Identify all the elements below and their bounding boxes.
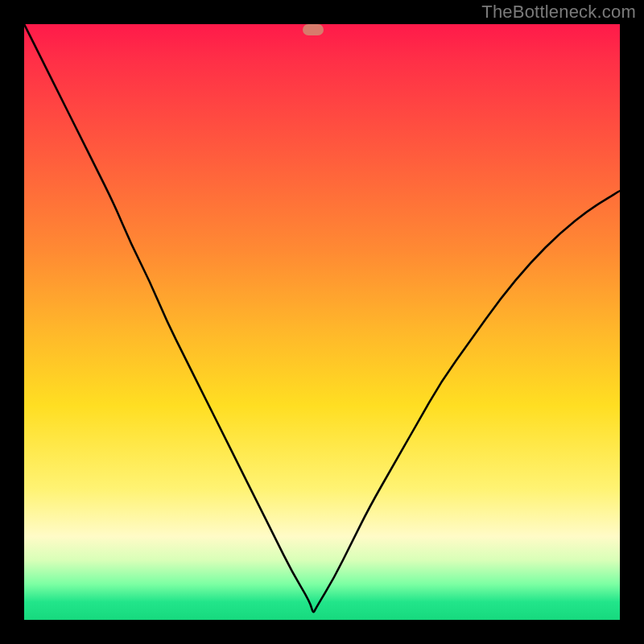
bottleneck-curve: [24, 24, 620, 620]
chart-frame: TheBottleneck.com: [0, 0, 644, 644]
plot-area: [24, 24, 620, 620]
curve-path: [24, 24, 620, 612]
watermark-text: TheBottleneck.com: [481, 2, 636, 23]
